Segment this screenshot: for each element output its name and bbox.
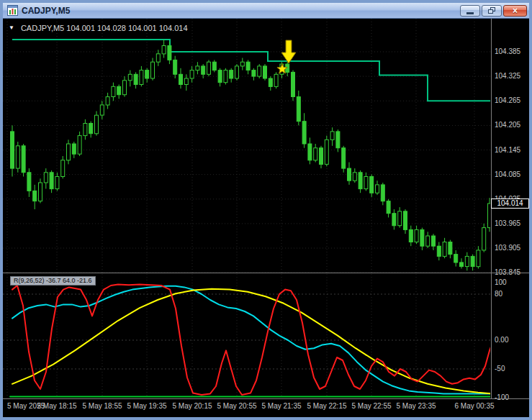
time-axis-label: 5 May 20:15 xyxy=(172,402,212,411)
window-controls: × xyxy=(459,5,527,17)
indicator-scale-label: 80 xyxy=(495,290,502,298)
one-click-trading-collapse-icon[interactable]: ▼ xyxy=(9,25,14,31)
oscillator-line-signal xyxy=(12,289,490,394)
time-axis-label: 5 May 18:15 xyxy=(37,402,76,411)
time-axis-label: 5 May 22:55 xyxy=(351,402,391,411)
oscillator-line-fast xyxy=(12,284,490,395)
main-price-chart[interactable] xyxy=(3,19,490,273)
time-axis-label: 5 May 18:55 xyxy=(82,402,122,411)
close-icon: × xyxy=(513,6,518,15)
minimize-icon xyxy=(466,12,474,14)
time-axis-label: 6 May 00:35 xyxy=(454,402,494,411)
indicator-label: R(9,26,52) -36.7 64.0 -21.6 xyxy=(10,276,96,286)
minimize-button[interactable] xyxy=(460,5,480,17)
time-axis-separator xyxy=(3,398,529,399)
ohlc-text: CADJPY,M5 104.001 104.028 104.001 104.01… xyxy=(21,24,188,32)
time-axis-label: 5 May 21:35 xyxy=(261,402,301,411)
price-scale-label: 104.265 xyxy=(495,96,520,105)
chart-area: ▼ CADJPY,M5 104.001 104.028 104.001 104.… xyxy=(3,19,529,417)
restore-button[interactable] xyxy=(482,5,502,17)
price-scale-label: 103.905 xyxy=(495,244,520,252)
indicator-scale-label: 100 xyxy=(495,278,507,287)
current-price-tag: 104.014 xyxy=(491,198,529,209)
price-scale-label: 104.205 xyxy=(495,121,520,129)
oscillator-subwindow[interactable] xyxy=(3,274,490,398)
price-scale-separator xyxy=(491,19,492,398)
window-title: CADJPY,M5 xyxy=(22,6,459,16)
price-scale-label: 104.145 xyxy=(495,146,520,155)
window-splitter[interactable] xyxy=(3,273,529,273)
time-axis-label: 5 May 20:55 xyxy=(217,402,256,411)
price-scale-label: 104.325 xyxy=(495,72,520,81)
price-scale-label: 104.085 xyxy=(495,170,520,179)
indicator-scale-label: -100 xyxy=(495,393,509,402)
mt4-chart-window: CADJPY,M5 × ▼ CADJPY,M5 104.001 104.028 … xyxy=(0,0,532,420)
restore-icon xyxy=(488,7,495,14)
indicator-scale-label: 0.00 xyxy=(495,336,508,344)
chart-ohlc-info: ▼ CADJPY,M5 104.001 104.028 104.001 104.… xyxy=(9,24,188,32)
price-scale-label: 103.965 xyxy=(495,219,520,228)
close-button[interactable]: × xyxy=(503,5,527,17)
chart-window-icon xyxy=(7,5,18,16)
time-axis-label: 5 May 23:35 xyxy=(396,402,436,411)
indicator-scale-label: -50 xyxy=(495,365,505,373)
time-axis-label: 5 May 22:15 xyxy=(307,402,346,411)
time-axis-label: 5 May 19:35 xyxy=(127,402,166,411)
price-scale-label: 104.385 xyxy=(495,47,520,56)
window-titlebar[interactable]: CADJPY,M5 × xyxy=(3,3,529,19)
